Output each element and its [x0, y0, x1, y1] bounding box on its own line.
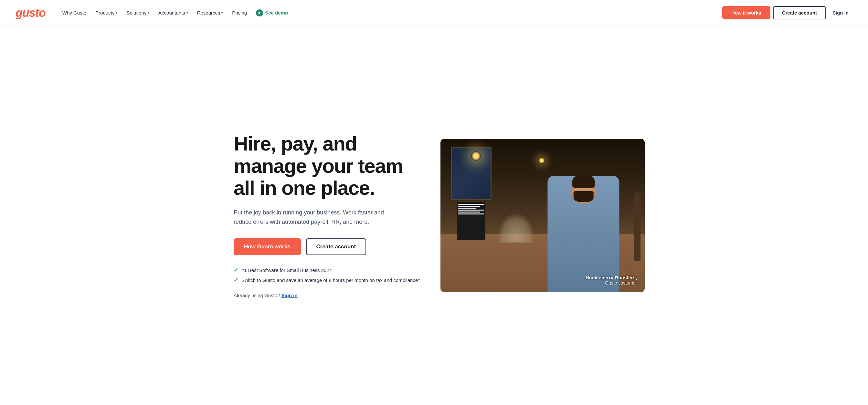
hero-badges: ✓ #1 Best Software for Small Business 20… — [234, 267, 421, 283]
hero-section: Hire, pay, and manage your team all in o… — [208, 26, 660, 405]
create-account-nav-button[interactable]: Create account — [773, 6, 826, 20]
badge-item: ✓ #1 Best Software for Small Business 20… — [234, 267, 421, 274]
check-icon: ✓ — [234, 277, 238, 283]
hero-image-wrap: Huckleberry Roasters, Gusto customer — [440, 139, 645, 292]
nav-actions: How it works Create account Sign in — [722, 6, 852, 20]
create-account-hero-button[interactable]: Create account — [306, 238, 367, 255]
nav-products[interactable]: Products ▾ — [91, 7, 121, 18]
badge-item: ✓ Switch to Gusto and save an average of… — [234, 277, 421, 283]
check-icon: ✓ — [234, 267, 238, 274]
photo-scene: Huckleberry Roasters, Gusto customer — [440, 139, 645, 292]
hero-signin-prompt: Already using Gusto? Sign in — [234, 293, 421, 298]
play-icon — [256, 9, 263, 16]
sign-in-nav-button[interactable]: Sign in — [829, 7, 852, 18]
chevron-down-icon: ▾ — [116, 11, 117, 14]
hero-headline: Hire, pay, and manage your team all in o… — [234, 133, 421, 199]
hero-signin-link[interactable]: Sign in — [281, 293, 298, 298]
chevron-down-icon: ▾ — [221, 11, 223, 14]
nav-accountants[interactable]: Accountants ▾ — [154, 7, 192, 18]
nav-solutions[interactable]: Solutions ▾ — [122, 7, 153, 18]
nav-why-gusto[interactable]: Why Gusto — [59, 7, 90, 18]
how-it-works-button[interactable]: How it works — [722, 6, 770, 20]
chevron-down-icon: ▾ — [186, 11, 188, 14]
nav-resources[interactable]: Resources ▾ — [193, 7, 227, 18]
photo-caption: Huckleberry Roasters, Gusto customer — [586, 275, 637, 285]
hero-content: Hire, pay, and manage your team all in o… — [234, 133, 421, 298]
chevron-down-icon: ▾ — [148, 11, 149, 14]
hero-buttons: How Gusto works Create account — [234, 238, 421, 255]
nav-pricing[interactable]: Pricing — [228, 7, 251, 18]
nav-see-demo[interactable]: See demo — [252, 7, 292, 19]
hero-subheadline: Put the joy back in running your busines… — [234, 208, 402, 227]
brand-logo[interactable]: gusto — [16, 6, 45, 20]
how-gusto-works-button[interactable]: How Gusto works — [234, 238, 301, 255]
hero-image: Huckleberry Roasters, Gusto customer — [440, 139, 645, 292]
main-nav: gusto Why Gusto Products ▾ Solutions ▾ A… — [0, 0, 868, 26]
person-figure — [532, 147, 634, 292]
nav-links: Why Gusto Products ▾ Solutions ▾ Account… — [59, 7, 717, 19]
